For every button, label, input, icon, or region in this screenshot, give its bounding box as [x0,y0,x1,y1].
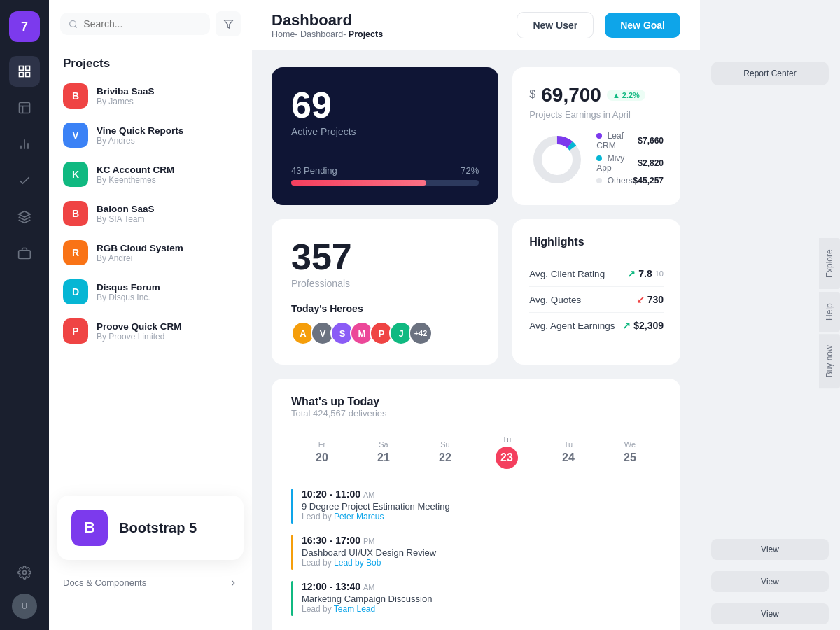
event-details: 10:20 - 11:00 AM 9 Degree Project Estima… [302,489,450,522]
event-item: 12:00 - 13:40 AM Marketing Campaign Disc… [291,581,661,616]
earnings-legend: Leaf CRM $7,660 Mivy App $2,820 Others $… [596,131,664,188]
project-logo: B [63,83,88,108]
legend-value: $45,257 [634,176,664,186]
legend-item: Mivy App $2,820 [596,153,664,173]
project-item[interactable]: P Proove Quick CRM By Proove Limited [49,312,252,351]
svg-rect-2 [20,73,24,77]
earnings-badge: ▲ 2.2% [607,90,645,101]
highlight-name: Avg. Quotes [529,295,581,305]
project-info: Baloon SaaS By SIA Team [97,204,238,224]
calendar-day[interactable]: Sa 21 [353,435,414,470]
project-item[interactable]: D Disqus Forum By Disqus Inc. [49,272,252,312]
highlight-value: ↗ $2,309 [622,320,664,331]
trend-icon: ↗ [622,320,631,331]
svg-rect-4 [20,103,30,113]
report-center-button[interactable]: Report Center [711,62,829,85]
calendar-day[interactable]: Fr 20 [291,435,353,470]
legend-label: Mivy App [596,153,638,173]
event-lead: Lead by Team Lead [302,604,432,614]
day-number: 23 [496,447,518,469]
event-lead-link[interactable]: Peter Marcus [334,512,384,522]
project-name: Baloon SaaS [97,204,238,214]
project-item[interactable]: R RGB Cloud System By Andrei [49,233,252,272]
project-item[interactable]: B Baloon SaaS By SIA Team [49,194,252,233]
professionals-count: 357 [291,239,479,275]
progress-section: 43 Pending 72% [291,165,479,186]
earnings-dollar: $ [529,88,536,101]
event-lead-link[interactable]: Lead by Bob [334,558,381,568]
new-user-button[interactable]: New User [517,12,594,38]
svg-rect-0 [20,66,24,71]
svg-rect-11 [19,251,31,259]
top-bar: Dashboard Home- Dashboard- Projects New … [252,0,700,50]
day-number: 25 [602,451,658,464]
earnings-top: $ 69,700 ▲ 2.2% [529,84,664,106]
bootstrap-icon: B [71,510,108,546]
buy-now-tab[interactable]: Buy now [819,335,840,389]
event-line [291,489,293,524]
sidebar-user-number[interactable]: 7 [9,11,40,42]
filter-button[interactable] [216,11,241,36]
svg-marker-10 [19,211,31,217]
help-tab[interactable]: Help [819,292,840,332]
legend-dot [596,155,602,161]
view-button-1[interactable]: View [711,539,829,560]
event-item: 10:20 - 11:00 AM 9 Degree Project Estima… [291,489,661,524]
day-name: Tu [540,440,596,449]
filter-icon [223,19,234,29]
highlight-name: Avg. Client Rating [529,269,605,279]
event-time: 10:20 - 11:00 AM [302,489,450,500]
search-bar [49,0,252,46]
avatar-row: AVSMPJ+42 [291,321,479,345]
earnings-amount: 69,700 [541,84,601,106]
progress-bar-fill [291,180,426,186]
docs-bar[interactable]: Docs & Components [49,570,252,595]
event-lead: Lead by Peter Marcus [302,512,450,522]
event-lead: Lead by Lead by Bob [302,558,436,568]
explore-tab[interactable]: Explore [819,238,840,289]
project-author: By Andrei [97,253,238,263]
sidebar-icon-settings[interactable] [9,557,40,588]
search-input-wrap[interactable] [60,13,210,35]
svg-rect-1 [26,66,30,71]
calendar-day[interactable]: Tu 24 [538,435,599,470]
sidebar-icon-grid[interactable] [9,56,40,87]
new-goal-button[interactable]: New Goal [605,13,680,38]
row-1: 69 Active Projects 43 Pending 72% $ [272,67,680,205]
event-ampm: AM [363,583,375,592]
sidebar-icon-chart[interactable] [9,129,40,160]
card-highlights: Highlights Avg. Client Rating ↗ 7.8 10 A… [512,219,680,365]
project-item[interactable]: B Briviba SaaS By James [49,76,252,115]
view-button-2[interactable]: View [711,571,829,592]
day-name: Tu [479,435,535,444]
highlight-row: Avg. Client Rating ↗ 7.8 10 [529,261,664,287]
search-input[interactable] [83,18,202,29]
day-name: Su [417,440,473,449]
event-name: Dashboard UI/UX Design Review [302,547,436,558]
earnings-label: Projects Earnings in April [529,109,664,120]
legend-dot [596,133,602,139]
row-3: What's up Today Total 424,567 deliveries… [272,379,680,630]
projects-heading: Projects [49,46,252,76]
project-item[interactable]: K KC Account CRM By Keenthemes [49,155,252,194]
calendar-day[interactable]: Su 22 [414,435,476,470]
project-item[interactable]: V Vine Quick Reports By Andres [49,115,252,155]
main-content: Dashboard Home- Dashboard- Projects New … [252,0,700,630]
highlight-name: Avg. Agent Earnings [529,321,615,331]
sidebar-icon-check[interactable] [9,165,40,196]
event-lead-link[interactable]: Team Lead [334,604,375,614]
page-header: Dashboard Home- Dashboard- Projects [272,11,505,39]
project-logo: P [63,318,88,344]
today-subtitle: Total 424,567 deliveries [291,408,661,419]
legend-label: Leaf CRM [596,131,638,150]
view-button-3[interactable]: View [711,603,829,624]
earnings-chart: Leaf CRM $7,660 Mivy App $2,820 Others $… [529,131,664,188]
sidebar-icon-layers[interactable] [9,202,40,232]
calendar-day[interactable]: Tu 23 [476,430,538,475]
sidebar-icon-briefcase[interactable] [9,238,40,269]
sidebar-user-avatar[interactable]: U [12,594,37,619]
calendar-day[interactable]: We 25 [599,435,661,470]
event-line [291,581,293,616]
sidebar-icon-squares[interactable] [9,92,40,123]
day-name: Fr [294,440,350,449]
